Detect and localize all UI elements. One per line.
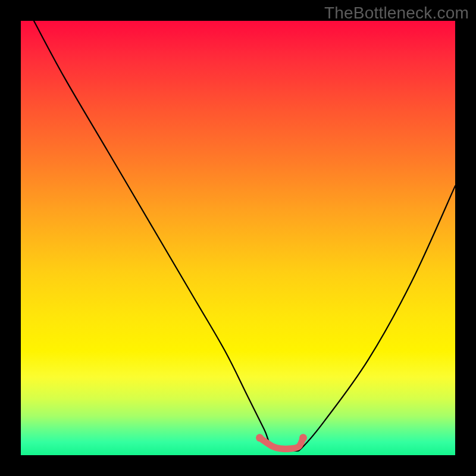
curve-path: [34, 21, 455, 451]
chart-lines-svg: [21, 21, 455, 455]
low-band-path: [260, 438, 303, 449]
curve-line: [34, 21, 455, 451]
low-band-line: [256, 434, 307, 449]
chart-container: TheBottleneck.com: [0, 0, 476, 476]
low-band-endcap-left: [256, 434, 264, 441]
low-band-endcap-right: [299, 434, 307, 441]
watermark-label: TheBottleneck.com: [324, 4, 469, 23]
plot-area: [21, 21, 455, 455]
